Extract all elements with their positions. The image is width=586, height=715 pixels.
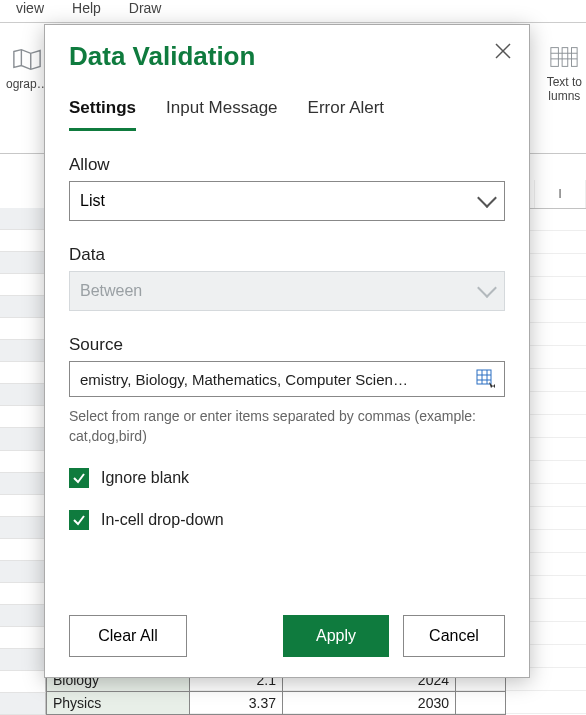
data-validation-dialog: Data Validation Settings Input Message E… [44,24,530,678]
ribbon-geography-button[interactable]: ograp… [6,47,49,91]
source-label: Source [69,335,505,355]
in-cell-dropdown-checkbox[interactable]: In-cell drop-down [69,510,505,530]
tab-input-message[interactable]: Input Message [166,94,278,131]
svg-rect-2 [572,48,578,67]
dialog-tabs: Settings Input Message Error Alert [69,94,505,131]
ribbon-left-label: ograp… [6,77,49,91]
svg-rect-1 [562,48,568,67]
ribbon-text-to-columns-button[interactable]: Text to lumns [547,45,582,103]
clear-all-button[interactable]: Clear All [69,615,187,657]
cell-year[interactable]: 2030 [283,692,456,715]
allow-select-value: List [80,192,105,210]
cell-empty[interactable] [456,692,506,715]
close-button[interactable] [495,43,511,63]
range-picker-icon[interactable] [476,369,496,389]
table-row[interactable]: Physics 3.37 2030 [47,692,506,715]
data-select-value: Between [80,282,142,300]
select-all-corner[interactable] [0,180,47,208]
data-label: Data [69,245,505,265]
ignore-blank-checkbox[interactable]: Ignore blank [69,468,505,488]
menu-view[interactable]: view [16,0,44,16]
column-header-i[interactable]: I [535,180,586,208]
text-to-columns-icon [549,45,579,69]
checkbox-checked-icon [69,510,89,530]
svg-rect-0 [551,48,559,67]
dialog-title: Data Validation [69,41,505,72]
svg-rect-7 [477,370,491,384]
map-icon [12,47,42,71]
cell-value[interactable]: 3.37 [190,692,283,715]
cancel-button[interactable]: Cancel [403,615,505,657]
ribbon-right-label1: Text to [547,75,582,89]
tab-settings[interactable]: Settings [69,94,136,131]
close-icon [495,43,511,59]
cell-subject[interactable]: Physics [47,692,190,715]
row-headers [0,208,46,715]
dialog-buttons: Clear All Apply Cancel [69,615,505,657]
chevron-down-icon [477,278,497,298]
menu-help[interactable]: Help [72,0,101,16]
in-cell-dropdown-label: In-cell drop-down [101,511,224,529]
data-select: Between [69,271,505,311]
source-input-wrap [69,361,505,397]
menu-bar: view Help Draw [0,0,586,23]
checkbox-checked-icon [69,468,89,488]
chevron-down-icon [477,188,497,208]
tab-error-alert[interactable]: Error Alert [308,94,385,131]
allow-label: Allow [69,155,505,175]
ignore-blank-label: Ignore blank [101,469,189,487]
allow-select[interactable]: List [69,181,505,221]
ribbon-right-label2: lumns [548,89,580,103]
apply-button[interactable]: Apply [283,615,389,657]
source-input[interactable] [78,370,470,389]
menu-draw[interactable]: Draw [129,0,162,16]
source-hint: Select from range or enter items separat… [69,407,505,446]
